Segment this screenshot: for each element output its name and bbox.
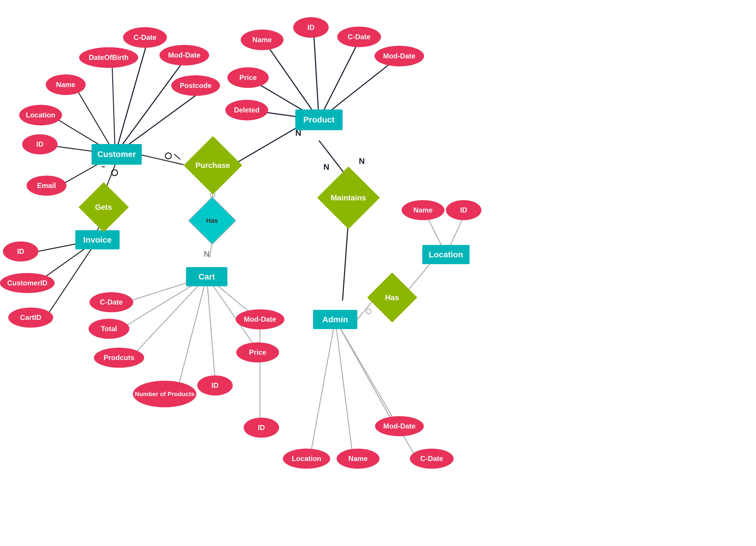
cart-total-attr: Total <box>89 319 129 339</box>
admin-name-attr: Name <box>337 449 379 469</box>
inv-id-attr: ID <box>3 242 38 262</box>
svg-point-44 <box>165 153 171 159</box>
svg-line-20 <box>177 276 207 391</box>
loc-id-attr: ID <box>446 200 481 220</box>
cust-location-attr: Location <box>19 105 62 126</box>
svg-line-24 <box>310 319 335 457</box>
invoice-entity: Invoice <box>75 230 120 250</box>
svg-line-9 <box>314 30 319 120</box>
cart-moddate-attr: Mod-Date <box>236 309 284 329</box>
svg-text:N: N <box>359 157 365 166</box>
svg-line-41 <box>343 219 348 300</box>
prod-id-attr: ID <box>293 17 329 38</box>
svg-line-27 <box>335 319 416 457</box>
svg-text:N: N <box>204 250 210 259</box>
prod-price-attr: Price <box>227 67 269 88</box>
svg-line-21 <box>207 276 216 386</box>
prod-deleted-attr: Deleted <box>225 100 268 120</box>
cust-name-attr: Name <box>46 74 86 95</box>
svg-line-10 <box>319 39 360 120</box>
purch-id-attr: ID <box>244 418 279 438</box>
cust-postcode-attr: Postcode <box>171 75 220 96</box>
inv-cartid-attr: CartID <box>8 307 53 327</box>
cust-dob-attr: DateOfBirth <box>79 47 138 68</box>
prod-moddate-attr: Mod-Date <box>374 46 424 66</box>
cust-id-attr: ID <box>22 134 58 154</box>
admin-moddate-attr: Mod-Date <box>375 416 424 436</box>
svg-line-8 <box>264 40 319 120</box>
svg-point-50 <box>366 309 371 314</box>
cart-price-attr: Price <box>236 342 279 362</box>
cart-entity: Cart <box>186 267 227 286</box>
svg-line-25 <box>335 319 353 457</box>
svg-line-45 <box>174 154 180 159</box>
customer-entity: Customer <box>92 144 142 165</box>
admin-location-attr: Location <box>283 449 330 469</box>
svg-text:N: N <box>323 162 329 172</box>
location-entity: Location <box>422 245 470 264</box>
cust-moddate-attr: Mod-Date <box>159 45 209 66</box>
cart-numprods-attr: Number of Products <box>133 381 196 407</box>
cart-products-attr: Prodcuts <box>94 348 144 368</box>
product-entity: Product <box>295 110 343 130</box>
svg-line-4 <box>112 66 115 154</box>
admin-entity: Admin <box>313 310 357 329</box>
svg-line-33 <box>139 154 184 165</box>
cart-id-attr: ID <box>197 375 233 395</box>
inv-custid-attr: CustomerID <box>0 273 55 293</box>
cust-cdate-attr: C-Date <box>123 27 167 48</box>
cart-cdate-attr: C-Date <box>89 292 133 312</box>
admin-cdate-attr: C-Date <box>410 449 454 469</box>
loc-name-attr: Name <box>402 200 444 220</box>
prod-name-attr: Name <box>241 30 283 50</box>
cust-email-attr: Email <box>27 176 66 196</box>
prod-cdate-attr: C-Date <box>337 27 381 47</box>
svg-line-6 <box>115 63 183 154</box>
